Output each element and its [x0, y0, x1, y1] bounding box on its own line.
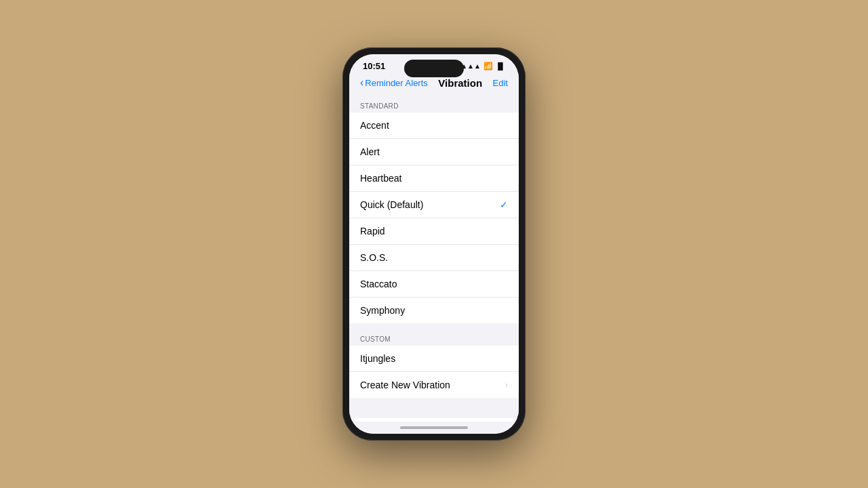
- home-bar: [400, 426, 468, 429]
- custom-list: Itjungles Create New Vibration ›: [349, 346, 519, 398]
- item-label: Itjungles: [360, 353, 395, 364]
- list-item[interactable]: Rapid: [349, 218, 519, 245]
- section-divider: [349, 402, 519, 418]
- back-label: Reminder Alerts: [365, 78, 427, 88]
- item-label: S.O.S.: [360, 252, 388, 263]
- edit-button[interactable]: Edit: [493, 78, 508, 88]
- item-label: Staccato: [360, 279, 397, 289]
- list-item[interactable]: Symphony: [349, 298, 519, 323]
- dynamic-island: [404, 60, 464, 77]
- status-bar: 10:51 ▲▲▲ 📶 ▐▌: [349, 54, 519, 74]
- chevron-right-icon: ›: [505, 380, 508, 390]
- scroll-content: STANDARD Accent Alert Heartbeat Quick (D…: [349, 94, 519, 422]
- list-item[interactable]: Alert: [349, 139, 519, 165]
- item-label: Accent: [360, 120, 389, 131]
- list-item[interactable]: Staccato: [349, 271, 519, 298]
- phone-screen: 10:51 ▲▲▲ 📶 ▐▌ ‹ Reminder Alerts Vibrati…: [349, 54, 519, 434]
- home-indicator: [349, 422, 519, 434]
- item-label: Symphony: [360, 305, 405, 316]
- wifi-icon: 📶: [484, 62, 493, 70]
- list-item-itjungles[interactable]: Itjungles: [349, 346, 519, 372]
- battery-icon: ▐▌: [496, 62, 505, 70]
- status-time: 10:51: [363, 61, 385, 71]
- list-item-quick[interactable]: Quick (Default) ✓: [349, 192, 519, 218]
- standard-list: Accent Alert Heartbeat Quick (Default) ✓…: [349, 113, 519, 323]
- phone-frame: 10:51 ▲▲▲ 📶 ▐▌ ‹ Reminder Alerts Vibrati…: [342, 47, 526, 441]
- checkmark-icon: ✓: [500, 199, 508, 210]
- back-button[interactable]: ‹ Reminder Alerts: [360, 77, 428, 89]
- page-title: Vibration: [438, 77, 482, 89]
- item-label: Quick (Default): [360, 199, 423, 210]
- item-label: Rapid: [360, 226, 385, 237]
- list-item-create-new[interactable]: Create New Vibration ›: [349, 372, 519, 398]
- standard-section-header: STANDARD: [349, 94, 519, 113]
- item-label: Create New Vibration: [360, 380, 450, 390]
- back-arrow-icon: ‹: [360, 77, 363, 89]
- item-label: Heartbeat: [360, 173, 401, 184]
- list-item[interactable]: Accent: [349, 113, 519, 139]
- status-icons: ▲▲▲ 📶 ▐▌: [460, 62, 505, 70]
- list-item[interactable]: S.O.S.: [349, 245, 519, 271]
- custom-section-header: CUSTOM: [349, 327, 519, 346]
- item-label: Alert: [360, 146, 380, 157]
- list-item-heartbeat[interactable]: Heartbeat: [349, 165, 519, 192]
